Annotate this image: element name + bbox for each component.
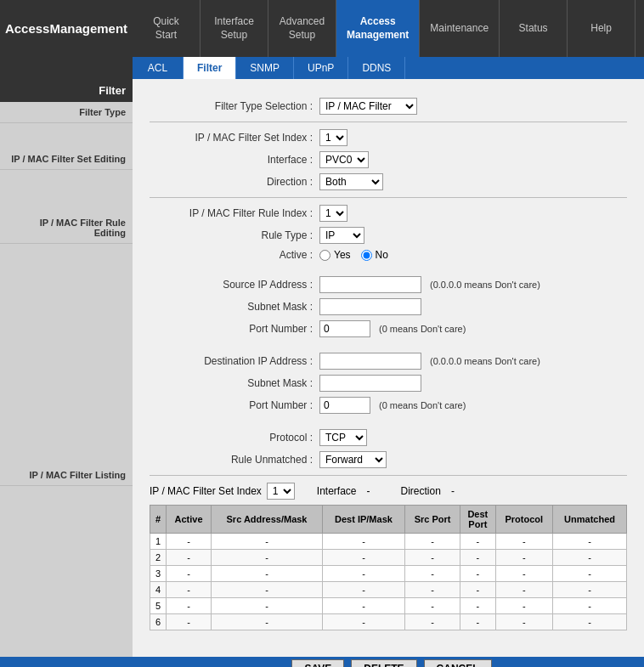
cell-src-port: - bbox=[404, 534, 460, 550]
nav-tab-quick-start[interactable]: QuickStart bbox=[133, 0, 201, 57]
cell-num: 6 bbox=[150, 614, 167, 630]
nav-tab-access-management[interactable]: AccessManagement bbox=[336, 0, 420, 57]
table-direction-label: Direction bbox=[401, 485, 441, 497]
active-no-label[interactable]: No bbox=[361, 249, 388, 261]
table-direction-dash: - bbox=[451, 485, 455, 497]
cell-dest-port: - bbox=[460, 534, 495, 550]
cell-protocol: - bbox=[495, 550, 553, 566]
table-set-index-label: IP / MAC Filter Set Index bbox=[150, 485, 262, 497]
nav-tab-advanced-setup[interactable]: AdvancedSetup bbox=[268, 0, 336, 57]
active-label: Active : bbox=[150, 249, 319, 261]
cell-src: - bbox=[212, 534, 323, 550]
protocol-select[interactable]: TCPUDPICMPAll bbox=[319, 429, 367, 446]
rule-index-select[interactable]: 1234 5678 bbox=[319, 205, 347, 222]
table-interface-dash: - bbox=[367, 485, 370, 497]
cell-dest-port: - bbox=[460, 582, 495, 598]
active-no-radio[interactable] bbox=[361, 250, 372, 261]
rule-unmatched-select[interactable]: ForwardNext RuleDrop bbox=[319, 451, 387, 468]
src-ip-input[interactable] bbox=[319, 276, 421, 293]
rule-type-control: IPMAC bbox=[319, 227, 364, 244]
cell-active: - bbox=[167, 550, 212, 566]
cell-unmatched: - bbox=[553, 582, 627, 598]
src-ip-hint: (0.0.0.0 means Don't care) bbox=[430, 280, 540, 290]
table-row: 2 - - - - - - - bbox=[150, 550, 627, 566]
direction-row: Direction : BothIncomingOutgoing bbox=[150, 173, 627, 190]
cell-src: - bbox=[212, 566, 323, 582]
rule-type-select[interactable]: IPMAC bbox=[319, 227, 364, 244]
table-row: 6 - - - - - - - bbox=[150, 614, 627, 630]
active-control: Yes No bbox=[319, 249, 388, 261]
sub-tab-acl[interactable]: ACL bbox=[133, 57, 184, 79]
cell-num: 4 bbox=[150, 582, 167, 598]
cell-dest: - bbox=[323, 582, 405, 598]
direction-label: Direction : bbox=[150, 176, 319, 188]
src-mask-label: Subnet Mask : bbox=[150, 301, 319, 313]
nav-tab-interface-setup[interactable]: InterfaceSetup bbox=[201, 0, 268, 57]
active-yes-label[interactable]: Yes bbox=[319, 249, 351, 261]
rule-index-row: IP / MAC Filter Rule Index : 1234 5678 bbox=[150, 205, 627, 222]
cell-unmatched: - bbox=[553, 614, 627, 630]
cell-protocol: - bbox=[495, 582, 553, 598]
col-dest-port: DestPort bbox=[460, 506, 495, 534]
src-port-control: (0 means Don't care) bbox=[319, 320, 466, 337]
cell-unmatched: - bbox=[553, 534, 627, 550]
nav-tab-status[interactable]: Status bbox=[500, 0, 568, 57]
table-row: 1 - - - - - - - bbox=[150, 534, 627, 550]
cell-src: - bbox=[212, 550, 323, 566]
src-mask-row: Subnet Mask : bbox=[150, 298, 627, 315]
filter-type-select[interactable]: IP / MAC Filter Application Filter URL F… bbox=[319, 98, 417, 115]
nav-tab-maintenance[interactable]: Maintenance bbox=[420, 0, 500, 57]
table-set-index-select[interactable]: 1234 5678 bbox=[267, 483, 295, 500]
sidebar: Filter Filter Type IP / MAC Filter Set E… bbox=[0, 79, 133, 657]
active-yes-radio[interactable] bbox=[319, 250, 330, 261]
cell-unmatched: - bbox=[553, 598, 627, 614]
dst-mask-row: Subnet Mask : bbox=[150, 375, 627, 392]
cell-dest: - bbox=[323, 598, 405, 614]
rule-index-label: IP / MAC Filter Rule Index : bbox=[150, 207, 319, 219]
src-mask-input[interactable] bbox=[319, 298, 421, 315]
src-port-label: Port Number : bbox=[150, 323, 319, 335]
dst-port-input[interactable] bbox=[319, 397, 370, 414]
sub-tab-upnp[interactable]: UPnP bbox=[294, 57, 348, 79]
protocol-row: Protocol : TCPUDPICMPAll bbox=[150, 429, 627, 446]
src-port-row: Port Number : (0 means Don't care) bbox=[150, 320, 627, 337]
save-button[interactable]: SAVE bbox=[291, 659, 344, 667]
col-dest-ip: Dest IP/Mask bbox=[323, 506, 405, 534]
filter-type-label: Filter Type Selection : bbox=[150, 100, 319, 112]
sidebar-ip-mac-rule: IP / MAC Filter Rule Editing bbox=[0, 212, 133, 244]
interface-select[interactable]: PVC0PVC1PVC2PVC3 PVC4PVC5PVC6PVC7 bbox=[319, 151, 369, 168]
delete-button[interactable]: DELETE bbox=[351, 659, 416, 667]
src-port-input[interactable] bbox=[319, 320, 370, 337]
rule-index-control: 1234 5678 bbox=[319, 205, 347, 222]
cell-src: - bbox=[212, 598, 323, 614]
brand-logo: Access Management bbox=[0, 0, 133, 57]
cell-active: - bbox=[167, 566, 212, 582]
cell-src-port: - bbox=[404, 566, 460, 582]
dst-ip-input[interactable] bbox=[319, 353, 421, 370]
filter-type-control: IP / MAC Filter Application Filter URL F… bbox=[319, 98, 417, 115]
cell-dest-port: - bbox=[460, 598, 495, 614]
dst-ip-row: Destination IP Address : (0.0.0.0 means … bbox=[150, 353, 627, 370]
src-port-hint: (0 means Don't care) bbox=[379, 324, 466, 334]
sidebar-ip-mac-set: IP / MAC Filter Set Editing bbox=[0, 149, 133, 170]
cell-src: - bbox=[212, 614, 323, 630]
dst-port-hint: (0 means Don't care) bbox=[379, 400, 466, 410]
direction-control: BothIncomingOutgoing bbox=[319, 173, 383, 190]
sub-tab-filter[interactable]: Filter bbox=[184, 57, 236, 79]
set-index-select[interactable]: 1234 5678 bbox=[319, 129, 347, 146]
set-index-label: IP / MAC Filter Set Index : bbox=[150, 132, 319, 144]
src-ip-row: Source IP Address : (0.0.0.0 means Don't… bbox=[150, 276, 627, 293]
sub-tab-snmp[interactable]: SNMP bbox=[236, 57, 294, 79]
cell-src-port: - bbox=[404, 550, 460, 566]
sub-tab-ddns[interactable]: DDNS bbox=[348, 57, 405, 79]
cell-active: - bbox=[167, 534, 212, 550]
col-unmatched: Unmatched bbox=[553, 506, 627, 534]
dst-mask-input[interactable] bbox=[319, 375, 421, 392]
cell-num: 1 bbox=[150, 534, 167, 550]
cell-dest-port: - bbox=[460, 550, 495, 566]
cancel-button[interactable]: CANCEL bbox=[424, 659, 492, 667]
direction-select[interactable]: BothIncomingOutgoing bbox=[319, 173, 383, 190]
col-num: # bbox=[150, 506, 167, 534]
nav-tab-help[interactable]: Help bbox=[568, 0, 636, 57]
col-src: Src Address/Mask bbox=[212, 506, 323, 534]
